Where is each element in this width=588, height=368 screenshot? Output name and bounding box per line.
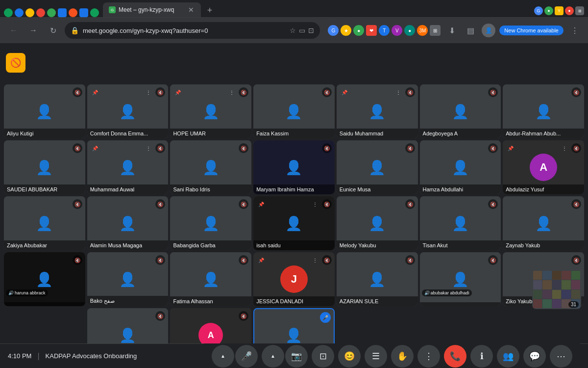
mute-icon: 🔇 xyxy=(239,143,248,153)
participant-tile[interactable]: 👤 🔇 📌 ⋮ Muhammad Auwal xyxy=(87,140,169,194)
participant-tile[interactable]: 👤 🔇 Babangida Garba xyxy=(170,196,251,250)
participant-tile[interactable]: A 🔇 📌 ⋮ Abdulaziz Yusuf xyxy=(503,140,584,194)
participant-tile[interactable]: 👤 🔇 📌 ⋮ HOPE UMAR xyxy=(170,84,251,138)
participant-tile[interactable]: 👤 🔇 📌 ⋮ Comfort Donna Emma... xyxy=(87,84,169,138)
mic-chevron-btn[interactable]: ▲ xyxy=(212,345,234,368)
mute-icon: 🔇 xyxy=(322,255,332,265)
toolbar-ext-ext[interactable]: ⊞ xyxy=(430,25,441,36)
participant-tile[interactable]: 👤 🔇 📌 ⋮ Saidu Muhammad xyxy=(337,84,418,138)
toolbar-ext-8[interactable]: 3M xyxy=(417,25,428,36)
participant-tile-active[interactable]: 👤 🎤 Mohammed Bayero Ya... xyxy=(253,308,335,343)
forward-btn[interactable]: → xyxy=(25,23,41,38)
emoji-btn[interactable]: 😊 xyxy=(338,345,361,368)
toolbar-ext-3[interactable]: ● xyxy=(353,25,364,36)
more-icon[interactable]: ⋮ xyxy=(310,255,320,265)
more-icon[interactable]: ⋮ xyxy=(227,87,237,97)
new-tab-btn[interactable]: + xyxy=(203,3,217,17)
participant-name: Saidu Muhammad xyxy=(337,129,418,138)
pip-icon[interactable]: ⊡ xyxy=(308,26,314,34)
participant-name: Muhammad Auwal xyxy=(87,184,169,194)
participant-tile[interactable]: 👤 🔇 Faiza Kassim xyxy=(253,84,335,138)
more-icon[interactable]: ⋮ xyxy=(560,143,569,153)
download-btn[interactable]: ⬇ xyxy=(444,23,459,38)
thumbnail-preview[interactable]: 31 xyxy=(532,270,581,309)
present-btn[interactable]: ⊡ xyxy=(312,345,334,368)
ext-icon-1[interactable]: G xyxy=(534,6,543,15)
participant-tile[interactable]: 👤 🔇 Sani Rabo Idris xyxy=(170,140,251,194)
participant-name: Zaynab Yakub xyxy=(503,240,584,250)
participant-tile[interactable]: 👤 🔇 AZARIAN SULE xyxy=(337,252,418,306)
browser-tab[interactable]: G Meet – gyn-kzyp-xwq ✕ xyxy=(103,2,201,17)
participant-name: AZARIAN SULE xyxy=(337,296,418,306)
sidebar-btn[interactable]: ▤ xyxy=(463,23,478,38)
toolbar-ext-5[interactable]: T xyxy=(379,25,390,36)
more-options-btn[interactable]: ⋮ xyxy=(417,345,440,368)
toolbar-ext-4[interactable]: ❤ xyxy=(366,25,377,36)
mic-group: ▲ 🎤 xyxy=(212,345,258,368)
participant-tile[interactable]: 👤 🔇 Hamza Abdullahi xyxy=(420,140,501,194)
activities-more-btn[interactable]: ⋯ xyxy=(550,345,572,368)
profile-btn[interactable]: 👤 xyxy=(482,24,495,37)
chat-btn[interactable]: 💬 xyxy=(523,345,546,368)
participant-row-4: 👤 🔇 🔊 haruna abbrack 👤 🔇 Bako صفح xyxy=(4,252,584,306)
mute-icon: 🔇 xyxy=(239,311,248,321)
participant-tile[interactable]: 👤 🔇 Zaynab Yakub xyxy=(503,196,584,250)
bookmark-icon[interactable]: ☆ xyxy=(290,26,296,34)
participant-tile[interactable]: 👤 🔇 Aliyu Kutigi xyxy=(4,84,85,138)
toolbar-ext-2[interactable]: ★ xyxy=(341,25,351,36)
new-chrome-btn[interactable]: New Chrome available xyxy=(499,26,564,35)
more-icon[interactable]: ⋮ xyxy=(144,87,153,97)
participant-tile[interactable]: 👤 🔇 Zakiya Abubakar xyxy=(4,196,85,250)
info-btn[interactable]: ℹ xyxy=(470,345,493,368)
participant-tile[interactable]: 👤 🔇 Eunice Musa xyxy=(337,140,418,194)
mute-icon: 🔇 xyxy=(239,199,248,209)
more-icon[interactable]: ⋮ xyxy=(310,199,320,209)
people-btn[interactable]: 👥 xyxy=(497,345,519,368)
camera-btn[interactable]: 📷 xyxy=(285,345,308,368)
participant-tile[interactable]: 👤 🔇 🔊 haruna abbrack xyxy=(4,252,85,306)
tab-close-btn[interactable]: ✕ xyxy=(187,6,195,14)
url-box[interactable]: 🔒 meet.google.com/gyn-kzyp-xwq?authuser=… xyxy=(65,22,320,39)
participant-name: Abdur-Rahman Abub... xyxy=(503,129,584,138)
participant-name: Melody Yakubu xyxy=(337,240,418,250)
end-call-btn[interactable]: 📞 xyxy=(444,345,466,368)
participant-tile[interactable]: 👤 🔇 🔊 abubakar abdulhadi xyxy=(420,252,501,306)
toolbar-ext-1[interactable]: G xyxy=(328,25,339,36)
participant-tile[interactable]: 👤 🔇 Tisan Akut xyxy=(420,196,501,250)
participant-name: Aliyu Kutigi xyxy=(4,129,85,138)
menu-btn[interactable]: ⋮ xyxy=(567,23,582,38)
ext-icon-2[interactable]: ● xyxy=(544,6,553,15)
more-icon[interactable]: ⋮ xyxy=(144,143,153,153)
participant-tile[interactable]: A 🔇 Aisha Kabiru Moham... xyxy=(170,308,251,343)
participant-tile[interactable]: 👤 🔇 Abdur-Rahman Abub... xyxy=(503,84,584,138)
hand-raise-btn[interactable]: ✋ xyxy=(391,345,414,368)
participant-tile[interactable]: 👤 🔇 Alamin Musa Magaga xyxy=(87,196,169,250)
ext-icon-5[interactable]: ⊞ xyxy=(575,6,584,15)
participant-tile[interactable]: 👤 🔇 📌 ⋮ isah saidu xyxy=(253,196,335,250)
ext-icon-4[interactable]: ● xyxy=(565,6,574,15)
participant-tile[interactable]: 👤 🔇 Melody Yakubu xyxy=(337,196,418,250)
refresh-btn[interactable]: ↻ xyxy=(45,23,61,38)
participant-name: JESSICA DANLADI xyxy=(253,296,335,306)
participant-name: Babangida Garba xyxy=(170,240,251,250)
participant-tile[interactable]: 👤 🔇 Fatima Alhassan xyxy=(170,252,251,306)
camera-chevron-btn[interactable]: ▲ xyxy=(262,345,284,368)
more-icon[interactable]: ⋮ xyxy=(393,87,403,97)
participant-row-5: 👤 🔇 Mustapha Beauty Mar... A 🔇 Aisha Kab… xyxy=(4,308,584,343)
status-right-controls: ▲ 🎤 ▲ 📷 ⊡ 😊 ☰ ✋ ⋮ 📞 ℹ 👥 💬 xyxy=(204,342,580,368)
cast-icon[interactable]: ▭ xyxy=(299,26,305,34)
participant-tile[interactable]: 👤 🔇 Mustapha Beauty Mar... xyxy=(87,308,169,343)
back-btn[interactable]: ← xyxy=(6,23,22,38)
participant-tile[interactable]: 👤 🔇 SAUDEI ABUBAKAR xyxy=(4,140,85,194)
participant-tile[interactable]: 👤 🔇 Bako صفح xyxy=(87,252,169,306)
microphone-btn[interactable]: 🎤 xyxy=(235,345,258,368)
toolbar-ext-6[interactable]: V xyxy=(392,25,402,36)
empty-tile xyxy=(503,308,584,343)
participant-tile[interactable]: J 🔇 📌 ⋮ JESSICA DANLADI xyxy=(253,252,335,306)
ext-icon-3[interactable]: Y xyxy=(555,6,564,15)
activities-btn[interactable]: ☰ xyxy=(365,345,387,368)
mute-icon: 🔇 xyxy=(405,143,415,153)
participant-tile[interactable]: 👤 🔇 Maryam Ibrahim Hamza xyxy=(253,140,335,194)
participant-tile[interactable]: 👤 🔇 Adegboyega A xyxy=(420,84,501,138)
toolbar-ext-7[interactable]: ● xyxy=(404,25,415,36)
